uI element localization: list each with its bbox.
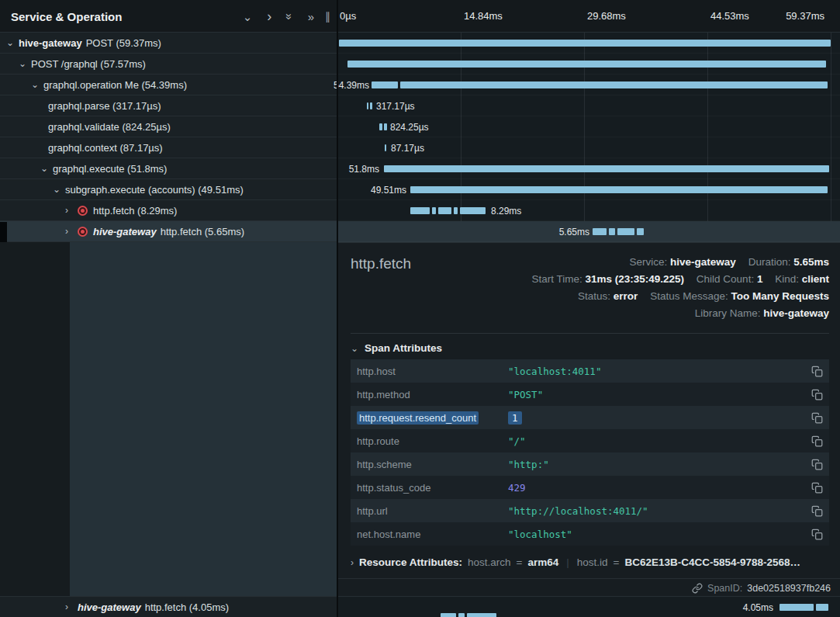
span-attributes-toggle[interactable]: ⌄ Span Attributes [351,342,442,354]
timeline-row[interactable]: 87.17µs [337,137,840,158]
ruler-tick-label: 44.53ms [710,10,749,22]
attribute-value: 429 [508,482,811,494]
copy-icon[interactable] [811,435,823,447]
selected-text: 1 [508,411,522,425]
copy-icon[interactable] [811,482,823,494]
expand-chevron-icon[interactable]: ⌄ [19,58,31,69]
span-bar[interactable] [367,102,372,109]
timeline-row[interactable] [337,54,840,75]
resource-attributes-toggle[interactable]: › Resource Attributes: host.arch = arm64… [351,556,800,568]
span-label: graphql.parse (317.17µs) [48,100,161,112]
timeline-row[interactable]: 4.05ms [337,596,840,617]
detail-footer: SpanID: 3de02518937fb246 [337,578,840,597]
tree-row[interactable]: › hive-gateway http.fetch (4.05ms) [0,596,337,617]
equals-sign: = [614,556,620,568]
attribute-row[interactable]: http.host "localhost:4011" [351,359,829,383]
duration-label: 5.65ms [559,227,589,237]
span-label: POST /graphql (57.57ms) [31,58,146,70]
span-bar[interactable] [385,144,386,151]
tree-row[interactable]: graphql.validate (824.25µs) [0,116,337,137]
attribute-row[interactable]: net.host.name "localhost" [351,522,829,546]
span-bar[interactable] [372,81,828,88]
copy-icon[interactable] [811,529,823,540]
chevron-down-icon: ⌄ [351,343,358,354]
span-bar[interactable] [780,604,828,611]
tree-row[interactable]: ⌄ POST /graphql (57.57ms) [0,54,337,75]
timeline-row[interactable]: 54.39ms [337,75,840,95]
panel-resize-handle[interactable]: ∥ [325,10,331,23]
attribute-row[interactable]: http.method "POST" [351,383,829,406]
attribute-value: "http://localhost:4011/" [508,505,811,517]
expand-chevron-icon[interactable]: ⌄ [53,184,65,195]
timeline-row-selected[interactable]: 5.65ms [337,221,840,242]
attribute-value: "localhost" [508,529,811,540]
chevron-right-icon[interactable]: › [267,9,271,23]
tree-row[interactable]: ⌄ subgraph.execute (accounts) (49.51ms) [0,179,337,200]
timeline-row[interactable]: 8.29ms [337,200,840,221]
tree-row[interactable]: ⌄ graphql.execute (51.8ms) [0,158,337,179]
equals-sign: = [517,556,523,568]
service-name: hive-gateway [19,37,82,49]
trace-viewer: Service & Operation ⌄ › » » ∥ 0µs 14.84m… [0,0,840,617]
span-bar[interactable] [410,186,828,193]
duration-label: 8.29ms [491,206,521,217]
span-label: graphql.execute (51.8ms) [53,163,167,175]
meta-label: Kind: [775,273,799,285]
tree-row[interactable]: ⌄ graphql.operation Me (54.39ms) [0,75,337,95]
timeline-row[interactable]: 51.8ms [337,158,840,179]
tree-row[interactable]: › http.fetch (8.29ms) [0,200,337,221]
duration-label: 49.51ms [371,185,406,196]
chevron-down-icon[interactable]: ⌄ [243,11,253,23]
tree-row[interactable]: graphql.context (87.17µs) [0,137,337,158]
span-label: http.fetch (5.65ms) [161,226,244,237]
timeline-row[interactable] [337,33,840,54]
expand-chevron-icon[interactable]: ⌄ [31,79,43,90]
tree-row[interactable]: ⌄ hive-gateway POST (59.37ms) [0,33,337,54]
span-bar[interactable] [384,165,829,172]
divider: | [564,556,572,568]
expand-chevron-icon[interactable]: › [65,601,78,612]
attribute-row[interactable]: http.route "/" [351,429,829,452]
attribute-row[interactable]: http.scheme "http:" [351,452,829,476]
resource-key: host.id [577,556,608,568]
panel-separator[interactable] [337,0,338,617]
span-bar[interactable] [410,207,486,214]
span-tree: ⌄ hive-gateway POST (59.37ms) ⌄ POST /gr… [0,33,337,242]
timeline-row[interactable]: 317.17µs [337,95,840,116]
span-label: http.fetch (4.05ms) [145,601,229,613]
timeline-row[interactable]: 49.51ms [337,179,840,200]
meta-value: 31ms (23:35:49.225) [585,273,684,285]
copy-icon[interactable] [811,389,823,400]
tree-row[interactable]: graphql.parse (317.17µs) [0,95,337,116]
copy-icon[interactable] [811,412,823,424]
attribute-key: http.route [357,435,508,447]
copy-icon[interactable] [811,459,823,470]
attribute-row-selected[interactable]: http.request.resend_count 1 [351,406,829,429]
link-icon[interactable] [692,583,703,594]
expand-chevron-icon[interactable]: ⌄ [40,163,53,174]
span-bar[interactable] [593,228,644,235]
span-label: subgraph.execute (accounts) (49.51ms) [65,184,244,196]
span-bar[interactable] [379,123,387,130]
double-chevron-right-icon[interactable]: » [308,11,314,23]
span-bar[interactable] [347,61,826,68]
tree-row-selected[interactable]: › hive-gateway http.fetch (5.65ms) [0,221,337,242]
partial-span-bar [441,613,496,617]
copy-icon[interactable] [811,366,823,377]
timeline-ruler: 0µs 14.84ms 29.68ms 44.53ms 59.37ms [337,0,840,33]
attribute-value: "localhost:4011" [508,366,811,377]
copy-icon[interactable] [811,505,823,517]
expand-chevron-icon[interactable]: › [65,226,78,237]
span-detail-panel: http.fetch Service: hive-gateway Duratio… [337,242,840,596]
expand-chevron-icon[interactable]: ⌄ [6,37,19,48]
span-bar[interactable] [339,40,831,47]
attribute-row[interactable]: http.url "http://localhost:4011/" [351,499,829,522]
service-name: hive-gateway [93,226,157,237]
attribute-row[interactable]: http.status_code 429 [351,476,829,499]
expand-chevron-icon[interactable]: › [65,205,78,216]
tree-header: Service & Operation ⌄ › » » ∥ [0,0,337,33]
double-chevron-down-icon[interactable]: » [284,13,296,19]
timeline-row[interactable]: 824.25µs [337,116,840,137]
ruler-tick-label: 14.84ms [464,10,503,22]
attribute-key: http.method [357,389,508,400]
